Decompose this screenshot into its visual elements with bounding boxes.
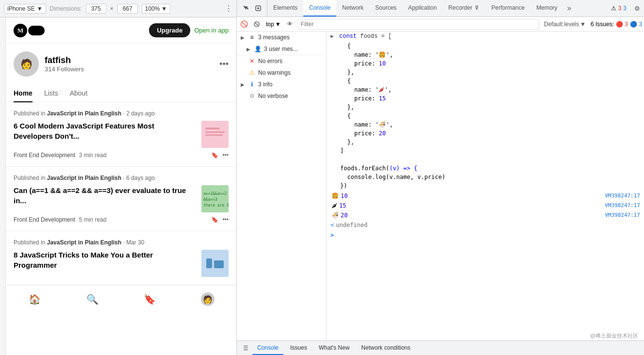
svg-text:there are 9: there are 9	[203, 203, 229, 208]
console-bottom-bar: ☰ Console Issues What's New Network cond…	[237, 340, 644, 355]
bottom-tab-network-conditions[interactable]: Network conditions	[356, 341, 415, 355]
thumb-image-2: a==1&&a==2 &&a==3 there are 9	[201, 185, 229, 212]
user-icon: 👤	[254, 46, 261, 52]
time-1: 2 days ago	[126, 110, 155, 117]
toolbar-more-button[interactable]: ⋮	[225, 4, 232, 13]
bottom-tab-console[interactable]: Console	[252, 341, 283, 355]
filter-input[interactable]	[297, 19, 539, 30]
bottom-nav-bookmark[interactable]: 🔖	[121, 290, 179, 309]
expand-all-icon: ▶	[241, 35, 246, 40]
console-issues-blue[interactable]: 🔵 3	[630, 21, 642, 28]
messages-sidebar: ▶ ≡ 3 messages ▶ 👤 3 user mes... ✕ No er…	[237, 32, 327, 340]
bottom-nav-profile[interactable]: 🧑	[179, 290, 236, 309]
tab-recorder[interactable]: Recorder 🎙	[443, 0, 486, 16]
time-2: 6 days ago	[126, 175, 155, 181]
issues-red-count[interactable]: 3	[618, 5, 622, 12]
published-line-1: Published in JavaScript in Plain English…	[14, 110, 229, 117]
line-indicator-1: ▶	[330, 32, 337, 41]
output-emoji-2: 🌶	[331, 201, 337, 210]
publication-3: JavaScript in Plain English	[47, 239, 121, 246]
code-line-14: ]	[340, 146, 640, 155]
msg-row-user-messages[interactable]: ▶ 👤 3 user mes...	[237, 43, 326, 55]
output-source-1[interactable]: VM398247:17	[605, 192, 640, 200]
tab-network[interactable]: Network	[336, 0, 369, 16]
msg-row-verbose[interactable]: ⚙ No verbose	[237, 90, 326, 102]
time-3: Mar 30	[126, 239, 144, 246]
bottom-nav-search[interactable]: 🔍	[64, 290, 121, 309]
tab-overflow-button[interactable]: »	[563, 0, 576, 16]
article-title-1[interactable]: 6 Cool Modern JavaScript Features Most D…	[14, 121, 196, 141]
width-input[interactable]: 375	[86, 4, 106, 14]
bookmark-icon-2[interactable]: 🔖	[211, 216, 218, 223]
code-line-9: },	[340, 103, 640, 112]
bottom-bar-menu-icon[interactable]: ☰	[241, 343, 250, 353]
msg-row-errors[interactable]: ✕ No errors	[237, 55, 326, 67]
article-title-3[interactable]: 8 JavaScript Tricks to Make You a Better…	[14, 250, 196, 270]
console-stop-button[interactable]: 🚫	[239, 19, 249, 30]
console-prompt[interactable]: >	[327, 230, 644, 241]
article-more-1[interactable]: •••	[222, 152, 229, 159]
tag-2[interactable]: Front End Development	[14, 216, 75, 223]
top-level-dropdown-icon: ▼	[275, 21, 281, 28]
output-source-3[interactable]: VM398247:17	[605, 211, 640, 220]
devtools-icon-group	[237, 0, 267, 16]
article-more-2[interactable]: •••	[222, 216, 229, 223]
bottom-tab-whats-new[interactable]: What's New	[314, 341, 355, 355]
eye-filter-button[interactable]: 👁	[285, 19, 296, 30]
tab-memory[interactable]: Memory	[530, 0, 563, 16]
thumb-image-3	[201, 250, 229, 277]
svg-text:&&a==3: &&a==3	[203, 197, 217, 202]
tab-console[interactable]: Console	[303, 0, 336, 16]
avatar: 🧑	[14, 51, 39, 77]
console-clear-button[interactable]	[251, 19, 262, 30]
upgrade-button[interactable]: Upgrade	[149, 23, 190, 37]
tag-1[interactable]: Front End Development	[14, 152, 75, 159]
device-dropdown-icon: ▼	[37, 5, 43, 12]
console-output: ▶ const foods = [ { name: '🍔', price: 10…	[327, 32, 644, 340]
info-label: 3 info	[258, 81, 322, 88]
devtools-cursor-icon[interactable]	[240, 2, 251, 14]
msg-row-info[interactable]: ▶ ℹ 3 info	[237, 79, 326, 90]
svg-rect-4	[205, 134, 223, 136]
devtools-settings-button[interactable]: ⚙	[630, 0, 644, 16]
msg-row-all-messages[interactable]: ▶ ≡ 3 messages	[237, 32, 326, 43]
zoom-selector[interactable]: 100% ▼	[142, 4, 171, 14]
tab-lists[interactable]: Lists	[44, 84, 58, 102]
output-line-2: 🌶 15 VM398247:17	[327, 201, 644, 210]
tab-sources[interactable]: Sources	[369, 0, 402, 16]
top-level-label: top	[266, 21, 274, 28]
height-input[interactable]: 667	[117, 4, 138, 14]
code-line-15: foods.forEach((v) => {	[340, 164, 640, 173]
profile-more-button[interactable]: •••	[219, 59, 229, 69]
read-time-1: 3 min read	[79, 152, 107, 159]
tab-elements[interactable]: Elements	[267, 0, 303, 16]
tab-performance[interactable]: Performance	[486, 0, 531, 16]
console-issues-red[interactable]: 🔴 3	[616, 21, 628, 28]
bookmark-icon-1[interactable]: 🔖	[211, 152, 218, 159]
expand-user-icon: ▶	[247, 47, 251, 52]
output-val-2: 15	[339, 201, 346, 210]
devtools-inspect-icon[interactable]	[252, 2, 264, 14]
svg-rect-10	[206, 258, 212, 268]
no-errors-label: No errors	[258, 58, 322, 65]
msg-row-warnings[interactable]: ⚠ No warnings	[237, 67, 326, 79]
default-levels-button[interactable]: Default levels ▼	[541, 20, 589, 29]
tab-home[interactable]: Home	[14, 84, 33, 102]
open-app-link[interactable]: Open in app	[194, 27, 229, 34]
bottom-nav-home[interactable]: 🏠	[6, 290, 64, 309]
header-buttons: Upgrade Open in app	[149, 23, 229, 37]
output-source-2[interactable]: VM398247:17	[605, 201, 640, 210]
svg-line-15	[255, 23, 258, 26]
issues-blue-count[interactable]: 3	[623, 5, 627, 12]
tab-application[interactable]: Application	[402, 0, 443, 16]
result-text: undefined	[336, 221, 367, 229]
result-indicator: <	[330, 221, 334, 229]
device-selector[interactable]: iPhone SE ▼	[4, 4, 46, 14]
tab-about[interactable]: About	[70, 84, 88, 102]
code-line-17: })	[340, 181, 640, 190]
article-title-2[interactable]: Can (a==1 && a==2 && a==3) ever evaluate…	[14, 185, 196, 206]
devtools-tab-bar: Elements Console Network Sources Applica…	[237, 0, 644, 17]
article-item-3: Published in JavaScript in Plain English…	[6, 231, 236, 285]
bottom-tab-issues[interactable]: Issues	[285, 341, 312, 355]
top-level-selector[interactable]: top ▼	[264, 20, 283, 29]
